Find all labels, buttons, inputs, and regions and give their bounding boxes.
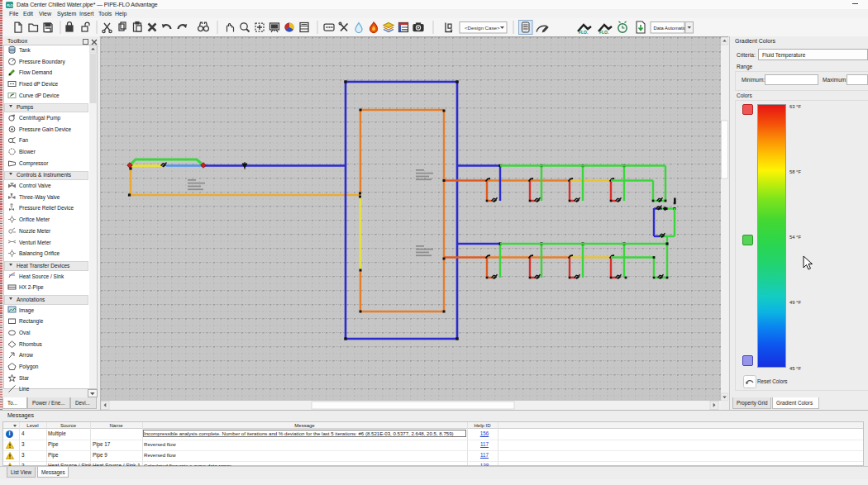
svg-text:Data Automation: Data Automation bbox=[654, 26, 689, 31]
svg-text:FLO.: FLO. bbox=[579, 30, 589, 35]
svg-text:FLO.: FLO. bbox=[599, 30, 609, 35]
svg-text:<Design Case>: <Design Case> bbox=[465, 25, 500, 31]
